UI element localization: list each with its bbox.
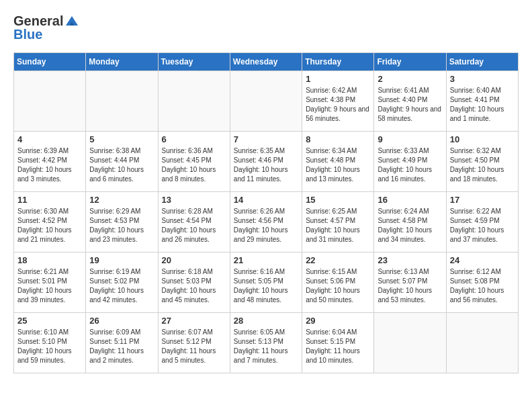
calendar-cell: 20Sunrise: 6:18 AMSunset: 5:03 PMDayligh…	[158, 253, 230, 313]
day-info: Sunrise: 6:19 AMSunset: 5:02 PMDaylight:…	[89, 267, 154, 305]
calendar-cell: 24Sunrise: 6:12 AMSunset: 5:08 PMDayligh…	[446, 253, 518, 313]
logo-general-text: General	[13, 13, 63, 28]
day-number: 28	[234, 316, 298, 326]
day-number: 20	[162, 255, 226, 265]
day-info: Sunrise: 6:32 AMSunset: 4:50 PMDaylight:…	[450, 146, 515, 184]
calendar-cell: 3Sunrise: 6:40 AMSunset: 4:41 PMDaylight…	[446, 71, 518, 132]
calendar-week-4: 18Sunrise: 6:21 AMSunset: 5:01 PMDayligh…	[14, 253, 519, 313]
day-number: 17	[450, 195, 515, 205]
day-info: Sunrise: 6:04 AMSunset: 5:15 PMDaylight:…	[306, 328, 370, 365]
calendar-cell: 28Sunrise: 6:05 AMSunset: 5:13 PMDayligh…	[230, 313, 302, 373]
calendar-cell: 10Sunrise: 6:32 AMSunset: 4:50 PMDayligh…	[446, 132, 518, 192]
weekday-header-friday: Friday	[374, 53, 446, 71]
calendar-cell	[374, 313, 446, 373]
day-info: Sunrise: 6:29 AMSunset: 4:53 PMDaylight:…	[89, 207, 154, 244]
day-number: 16	[378, 195, 442, 205]
day-info: Sunrise: 6:05 AMSunset: 5:13 PMDaylight:…	[234, 328, 298, 365]
calendar-week-1: 1Sunrise: 6:42 AMSunset: 4:38 PMDaylight…	[14, 71, 519, 132]
day-info: Sunrise: 6:22 AMSunset: 4:59 PMDaylight:…	[450, 207, 515, 244]
weekday-header-thursday: Thursday	[302, 53, 374, 71]
calendar-cell: 18Sunrise: 6:21 AMSunset: 5:01 PMDayligh…	[14, 253, 86, 313]
logo: General Blue	[13, 13, 79, 42]
calendar-cell	[86, 71, 158, 132]
day-info: Sunrise: 6:28 AMSunset: 4:54 PMDaylight:…	[162, 207, 226, 244]
calendar-cell: 26Sunrise: 6:09 AMSunset: 5:11 PMDayligh…	[86, 313, 158, 373]
day-info: Sunrise: 6:09 AMSunset: 5:11 PMDaylight:…	[89, 328, 154, 365]
day-number: 13	[162, 195, 226, 205]
day-number: 4	[17, 134, 82, 144]
day-info: Sunrise: 6:38 AMSunset: 4:44 PMDaylight:…	[89, 146, 154, 184]
calendar-cell: 2Sunrise: 6:41 AMSunset: 4:40 PMDaylight…	[374, 71, 446, 132]
day-number: 8	[306, 134, 370, 144]
day-info: Sunrise: 6:15 AMSunset: 5:06 PMDaylight:…	[306, 267, 370, 305]
calendar-cell: 19Sunrise: 6:19 AMSunset: 5:02 PMDayligh…	[86, 253, 158, 313]
day-info: Sunrise: 6:35 AMSunset: 4:46 PMDaylight:…	[234, 146, 298, 184]
day-number: 1	[306, 74, 370, 84]
day-info: Sunrise: 6:42 AMSunset: 4:38 PMDaylight:…	[306, 86, 370, 124]
calendar-cell: 29Sunrise: 6:04 AMSunset: 5:15 PMDayligh…	[302, 313, 374, 373]
calendar-cell: 16Sunrise: 6:24 AMSunset: 4:58 PMDayligh…	[374, 192, 446, 253]
day-number: 18	[17, 255, 82, 265]
page-header: General Blue	[13, 13, 519, 42]
day-info: Sunrise: 6:25 AMSunset: 4:57 PMDaylight:…	[306, 207, 370, 244]
day-number: 23	[378, 255, 442, 265]
calendar-cell: 17Sunrise: 6:22 AMSunset: 4:59 PMDayligh…	[446, 192, 518, 253]
calendar-cell: 13Sunrise: 6:28 AMSunset: 4:54 PMDayligh…	[158, 192, 230, 253]
day-info: Sunrise: 6:30 AMSunset: 4:52 PMDaylight:…	[17, 207, 82, 244]
logo-blue-text: Blue	[13, 27, 79, 42]
weekday-header-saturday: Saturday	[446, 53, 518, 71]
day-number: 15	[306, 195, 370, 205]
calendar-cell	[14, 71, 86, 132]
day-number: 12	[89, 195, 154, 205]
day-info: Sunrise: 6:41 AMSunset: 4:40 PMDaylight:…	[378, 86, 442, 124]
calendar-cell: 14Sunrise: 6:26 AMSunset: 4:56 PMDayligh…	[230, 192, 302, 253]
calendar-week-5: 25Sunrise: 6:10 AMSunset: 5:10 PMDayligh…	[14, 313, 519, 373]
day-number: 22	[306, 255, 370, 265]
calendar-cell: 1Sunrise: 6:42 AMSunset: 4:38 PMDaylight…	[302, 71, 374, 132]
day-info: Sunrise: 6:26 AMSunset: 4:56 PMDaylight:…	[234, 207, 298, 244]
day-info: Sunrise: 6:40 AMSunset: 4:41 PMDaylight:…	[450, 86, 515, 124]
day-number: 9	[378, 134, 442, 144]
day-number: 14	[234, 195, 298, 205]
day-info: Sunrise: 6:33 AMSunset: 4:49 PMDaylight:…	[378, 146, 442, 184]
calendar-cell: 22Sunrise: 6:15 AMSunset: 5:06 PMDayligh…	[302, 253, 374, 313]
day-info: Sunrise: 6:24 AMSunset: 4:58 PMDaylight:…	[378, 207, 442, 244]
calendar-cell	[158, 71, 230, 132]
day-info: Sunrise: 6:21 AMSunset: 5:01 PMDaylight:…	[17, 267, 82, 305]
calendar-cell: 27Sunrise: 6:07 AMSunset: 5:12 PMDayligh…	[158, 313, 230, 373]
calendar-cell: 5Sunrise: 6:38 AMSunset: 4:44 PMDaylight…	[86, 132, 158, 192]
day-number: 2	[378, 74, 442, 84]
calendar-cell: 6Sunrise: 6:36 AMSunset: 4:45 PMDaylight…	[158, 132, 230, 192]
logo-icon	[64, 13, 79, 28]
calendar-cell: 25Sunrise: 6:10 AMSunset: 5:10 PMDayligh…	[14, 313, 86, 373]
day-number: 21	[234, 255, 298, 265]
calendar-cell: 7Sunrise: 6:35 AMSunset: 4:46 PMDaylight…	[230, 132, 302, 192]
day-number: 5	[89, 134, 154, 144]
calendar-week-3: 11Sunrise: 6:30 AMSunset: 4:52 PMDayligh…	[14, 192, 519, 253]
calendar-week-2: 4Sunrise: 6:39 AMSunset: 4:42 PMDaylight…	[14, 132, 519, 192]
day-number: 7	[234, 134, 298, 144]
day-number: 27	[162, 316, 226, 326]
calendar-cell	[446, 313, 518, 373]
day-info: Sunrise: 6:34 AMSunset: 4:48 PMDaylight:…	[306, 146, 370, 184]
day-number: 3	[450, 74, 515, 84]
calendar-cell: 23Sunrise: 6:13 AMSunset: 5:07 PMDayligh…	[374, 253, 446, 313]
weekday-header-monday: Monday	[86, 53, 158, 71]
day-info: Sunrise: 6:36 AMSunset: 4:45 PMDaylight:…	[162, 146, 226, 184]
calendar-cell	[230, 71, 302, 132]
calendar-cell: 8Sunrise: 6:34 AMSunset: 4:48 PMDaylight…	[302, 132, 374, 192]
day-info: Sunrise: 6:12 AMSunset: 5:08 PMDaylight:…	[450, 267, 515, 305]
weekday-header-wednesday: Wednesday	[230, 53, 302, 71]
day-info: Sunrise: 6:16 AMSunset: 5:05 PMDaylight:…	[234, 267, 298, 305]
day-number: 11	[17, 195, 82, 205]
day-number: 25	[17, 316, 82, 326]
day-info: Sunrise: 6:10 AMSunset: 5:10 PMDaylight:…	[17, 328, 82, 365]
day-number: 10	[450, 134, 515, 144]
calendar-cell: 4Sunrise: 6:39 AMSunset: 4:42 PMDaylight…	[14, 132, 86, 192]
calendar-cell: 21Sunrise: 6:16 AMSunset: 5:05 PMDayligh…	[230, 253, 302, 313]
calendar-cell: 12Sunrise: 6:29 AMSunset: 4:53 PMDayligh…	[86, 192, 158, 253]
day-info: Sunrise: 6:07 AMSunset: 5:12 PMDaylight:…	[162, 328, 226, 365]
day-info: Sunrise: 6:18 AMSunset: 5:03 PMDaylight:…	[162, 267, 226, 305]
calendar-cell: 11Sunrise: 6:30 AMSunset: 4:52 PMDayligh…	[14, 192, 86, 253]
day-info: Sunrise: 6:13 AMSunset: 5:07 PMDaylight:…	[378, 267, 442, 305]
